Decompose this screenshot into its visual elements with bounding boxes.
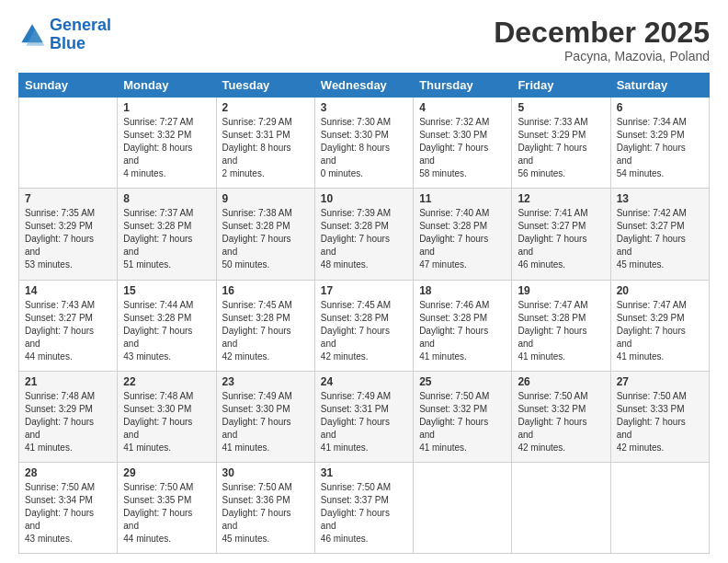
day-number: 21 <box>25 375 111 388</box>
calendar-cell: 26Sunrise: 7:50 AMSunset: 3:32 PMDayligh… <box>512 371 610 462</box>
day-info: Sunrise: 7:50 AMSunset: 3:32 PMDaylight:… <box>518 390 604 454</box>
day-number: 19 <box>518 284 604 297</box>
logo-icon <box>18 21 46 49</box>
calendar-week-1: 1Sunrise: 7:27 AMSunset: 3:32 PMDaylight… <box>19 98 710 189</box>
day-number: 7 <box>25 192 111 205</box>
day-number: 24 <box>321 375 407 388</box>
day-number: 12 <box>518 192 604 205</box>
calendar-week-3: 14Sunrise: 7:43 AMSunset: 3:27 PMDayligh… <box>19 280 710 371</box>
calendar-cell: 25Sunrise: 7:50 AMSunset: 3:32 PMDayligh… <box>414 371 512 462</box>
calendar-week-5: 28Sunrise: 7:50 AMSunset: 3:34 PMDayligh… <box>19 462 710 553</box>
calendar-week-4: 21Sunrise: 7:48 AMSunset: 3:29 PMDayligh… <box>19 371 710 462</box>
calendar-cell: 15Sunrise: 7:44 AMSunset: 3:28 PMDayligh… <box>118 280 216 371</box>
day-info: Sunrise: 7:46 AMSunset: 3:28 PMDaylight:… <box>419 299 506 363</box>
day-number: 23 <box>222 375 309 388</box>
day-info: Sunrise: 7:34 AMSunset: 3:29 PMDaylight:… <box>617 116 703 180</box>
calendar-cell: 18Sunrise: 7:46 AMSunset: 3:28 PMDayligh… <box>414 280 512 371</box>
column-header-wednesday: Wednesday <box>314 74 413 98</box>
day-number: 5 <box>518 101 604 114</box>
day-info: Sunrise: 7:27 AMSunset: 3:32 PMDaylight:… <box>123 116 210 180</box>
day-number: 17 <box>321 284 407 297</box>
day-info: Sunrise: 7:33 AMSunset: 3:29 PMDaylight:… <box>518 116 604 180</box>
day-info: Sunrise: 7:42 AMSunset: 3:27 PMDaylight:… <box>617 207 703 271</box>
day-number: 11 <box>419 192 506 205</box>
day-info: Sunrise: 7:47 AMSunset: 3:28 PMDaylight:… <box>518 299 604 363</box>
calendar-cell: 7Sunrise: 7:35 AMSunset: 3:29 PMDaylight… <box>19 189 118 280</box>
day-info: Sunrise: 7:50 AMSunset: 3:35 PMDaylight:… <box>123 481 210 546</box>
day-info: Sunrise: 7:49 AMSunset: 3:30 PMDaylight:… <box>222 390 309 454</box>
calendar-cell: 20Sunrise: 7:47 AMSunset: 3:29 PMDayligh… <box>610 280 709 371</box>
day-info: Sunrise: 7:48 AMSunset: 3:29 PMDaylight:… <box>25 390 111 454</box>
day-info: Sunrise: 7:50 AMSunset: 3:36 PMDaylight:… <box>222 481 309 546</box>
calendar-cell: 28Sunrise: 7:50 AMSunset: 3:34 PMDayligh… <box>19 462 118 553</box>
calendar-cell: 27Sunrise: 7:50 AMSunset: 3:33 PMDayligh… <box>610 371 709 462</box>
day-number: 6 <box>617 101 703 114</box>
day-number: 27 <box>617 375 703 388</box>
calendar-cell: 1Sunrise: 7:27 AMSunset: 3:32 PMDaylight… <box>118 98 216 189</box>
day-info: Sunrise: 7:40 AMSunset: 3:28 PMDaylight:… <box>419 207 506 271</box>
calendar-cell: 29Sunrise: 7:50 AMSunset: 3:35 PMDayligh… <box>118 462 216 553</box>
calendar-cell: 6Sunrise: 7:34 AMSunset: 3:29 PMDaylight… <box>610 98 709 189</box>
calendar-cell: 9Sunrise: 7:38 AMSunset: 3:28 PMDaylight… <box>216 189 314 280</box>
calendar-cell: 11Sunrise: 7:40 AMSunset: 3:28 PMDayligh… <box>414 189 512 280</box>
day-number: 15 <box>123 284 210 297</box>
calendar-header-row: SundayMondayTuesdayWednesdayThursdayFrid… <box>19 74 710 98</box>
calendar-cell <box>19 98 118 189</box>
day-info: Sunrise: 7:29 AMSunset: 3:31 PMDaylight:… <box>222 116 309 180</box>
month-title: December 2025 <box>494 17 710 49</box>
day-number: 3 <box>321 101 407 114</box>
column-header-tuesday: Tuesday <box>216 74 314 98</box>
calendar-cell: 19Sunrise: 7:47 AMSunset: 3:28 PMDayligh… <box>512 280 610 371</box>
day-number: 22 <box>123 375 210 388</box>
calendar-cell: 10Sunrise: 7:39 AMSunset: 3:28 PMDayligh… <box>314 189 413 280</box>
day-info: Sunrise: 7:50 AMSunset: 3:33 PMDaylight:… <box>617 390 703 454</box>
column-header-monday: Monday <box>118 74 216 98</box>
day-info: Sunrise: 7:32 AMSunset: 3:30 PMDaylight:… <box>419 116 506 180</box>
day-number: 4 <box>419 101 506 114</box>
calendar-cell: 8Sunrise: 7:37 AMSunset: 3:28 PMDaylight… <box>118 189 216 280</box>
day-number: 14 <box>25 284 111 297</box>
calendar-cell: 13Sunrise: 7:42 AMSunset: 3:27 PMDayligh… <box>610 189 709 280</box>
day-number: 10 <box>321 192 407 205</box>
day-number: 16 <box>222 284 309 297</box>
day-number: 20 <box>617 284 703 297</box>
day-info: Sunrise: 7:50 AMSunset: 3:32 PMDaylight:… <box>419 390 506 454</box>
page: General Blue December 2025 Pacyna, Mazov… <box>0 0 728 563</box>
calendar-cell: 4Sunrise: 7:32 AMSunset: 3:30 PMDaylight… <box>414 98 512 189</box>
logo: General Blue <box>18 17 111 53</box>
day-number: 29 <box>123 466 210 479</box>
day-number: 30 <box>222 466 309 479</box>
day-number: 13 <box>617 192 703 205</box>
column-header-saturday: Saturday <box>610 74 709 98</box>
calendar-cell: 24Sunrise: 7:49 AMSunset: 3:31 PMDayligh… <box>314 371 413 462</box>
day-number: 26 <box>518 375 604 388</box>
calendar-cell: 2Sunrise: 7:29 AMSunset: 3:31 PMDaylight… <box>216 98 314 189</box>
day-number: 2 <box>222 101 309 114</box>
calendar-cell: 31Sunrise: 7:50 AMSunset: 3:37 PMDayligh… <box>314 462 413 553</box>
day-number: 9 <box>222 192 309 205</box>
title-block: December 2025 Pacyna, Mazovia, Poland <box>494 17 710 63</box>
day-info: Sunrise: 7:43 AMSunset: 3:27 PMDaylight:… <box>25 299 111 363</box>
column-header-thursday: Thursday <box>414 74 512 98</box>
day-info: Sunrise: 7:35 AMSunset: 3:29 PMDaylight:… <box>25 207 111 271</box>
day-info: Sunrise: 7:41 AMSunset: 3:27 PMDaylight:… <box>518 207 604 271</box>
calendar-table: SundayMondayTuesdayWednesdayThursdayFrid… <box>18 73 710 554</box>
header: General Blue December 2025 Pacyna, Mazov… <box>18 17 710 63</box>
calendar-cell: 3Sunrise: 7:30 AMSunset: 3:30 PMDaylight… <box>314 98 413 189</box>
column-header-sunday: Sunday <box>19 74 118 98</box>
calendar-cell: 17Sunrise: 7:45 AMSunset: 3:28 PMDayligh… <box>314 280 413 371</box>
location: Pacyna, Mazovia, Poland <box>494 49 710 63</box>
day-number: 31 <box>321 466 407 479</box>
day-info: Sunrise: 7:48 AMSunset: 3:30 PMDaylight:… <box>123 390 210 454</box>
day-number: 25 <box>419 375 506 388</box>
day-info: Sunrise: 7:47 AMSunset: 3:29 PMDaylight:… <box>617 299 703 363</box>
day-info: Sunrise: 7:45 AMSunset: 3:28 PMDaylight:… <box>222 299 309 363</box>
calendar-cell <box>610 462 709 553</box>
day-info: Sunrise: 7:39 AMSunset: 3:28 PMDaylight:… <box>321 207 407 271</box>
day-number: 8 <box>123 192 210 205</box>
calendar-week-2: 7Sunrise: 7:35 AMSunset: 3:29 PMDaylight… <box>19 189 710 280</box>
column-header-friday: Friday <box>512 74 610 98</box>
calendar-cell: 14Sunrise: 7:43 AMSunset: 3:27 PMDayligh… <box>19 280 118 371</box>
logo-text: General Blue <box>50 17 111 53</box>
calendar-cell: 16Sunrise: 7:45 AMSunset: 3:28 PMDayligh… <box>216 280 314 371</box>
